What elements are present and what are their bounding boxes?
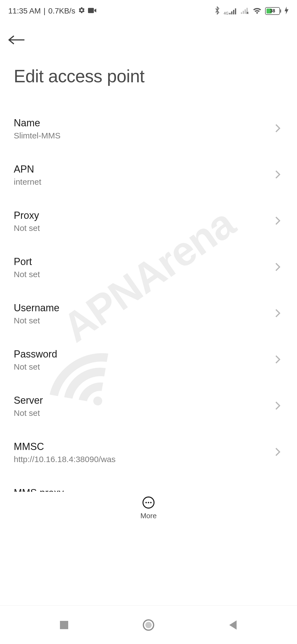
svg-rect-15 — [60, 621, 68, 629]
setting-value: Not set — [14, 408, 43, 418]
setting-label: Username — [14, 302, 59, 314]
svg-rect-4 — [241, 12, 242, 14]
setting-name[interactable]: Name Slimtel-MMS — [0, 106, 297, 152]
chevron-right-icon — [275, 355, 280, 365]
setting-value: Not set — [14, 223, 40, 233]
signal-1: 4G — [224, 7, 238, 15]
nav-recents-button[interactable] — [48, 614, 81, 636]
setting-proxy[interactable]: Proxy Not set — [0, 198, 297, 244]
svg-rect-2 — [233, 10, 234, 14]
bluetooth-icon — [214, 6, 220, 16]
setting-server[interactable]: Server Not set — [0, 383, 297, 429]
chevron-right-icon — [275, 447, 280, 458]
nav-back-button[interactable] — [216, 614, 249, 636]
svg-point-17 — [145, 622, 152, 628]
wifi-icon — [252, 7, 262, 15]
status-right: 4G 38 — [214, 6, 289, 16]
setting-value: Slimtel-MMS — [14, 131, 61, 140]
back-button[interactable] — [8, 30, 28, 50]
setting-label: Port — [14, 256, 40, 268]
setting-value: Not set — [14, 362, 57, 372]
svg-point-12 — [145, 502, 147, 503]
charging-icon — [284, 7, 289, 15]
setting-port[interactable]: Port Not set — [0, 244, 297, 291]
svg-rect-5 — [243, 11, 244, 14]
more-icon — [142, 496, 155, 510]
setting-label: Name — [14, 117, 61, 129]
svg-rect-0 — [229, 13, 230, 14]
camera-icon — [88, 7, 96, 15]
status-data-rate: 0.7KB/s — [48, 7, 75, 15]
page-title: Edit access point — [0, 50, 297, 106]
setting-username[interactable]: Username Not set — [0, 291, 297, 337]
setting-value: Not set — [14, 270, 40, 279]
svg-point-14 — [150, 502, 152, 503]
setting-label: Password — [14, 348, 57, 360]
status-time: 11:35 AM — [8, 7, 41, 15]
content-area: APNArena Edit access point Name Slimtel-… — [0, 19, 297, 564]
setting-apn[interactable]: APN internet — [0, 152, 297, 198]
chevron-right-icon — [275, 170, 280, 180]
setting-value: http://10.16.18.4:38090/was — [14, 455, 116, 464]
setting-mmsc[interactable]: MMSC http://10.16.18.4:38090/was — [0, 429, 297, 476]
more-button[interactable]: More — [0, 492, 297, 520]
setting-value: Not set — [14, 316, 59, 325]
svg-rect-1 — [231, 11, 232, 14]
battery-percent: 38 — [270, 8, 275, 14]
battery-indicator: 38 — [265, 7, 281, 15]
status-bar: 11:35 AM | 0.7KB/s 4G 38 — [0, 0, 297, 19]
status-left: 11:35 AM | 0.7KB/s — [8, 7, 96, 16]
setting-label: Server — [14, 395, 43, 406]
signal-2 — [241, 7, 249, 15]
gear-icon — [78, 7, 85, 16]
setting-label: MMSC — [14, 441, 116, 452]
setting-password[interactable]: Password Not set — [0, 337, 297, 383]
chevron-right-icon — [275, 124, 280, 134]
setting-value: internet — [14, 177, 41, 187]
nav-home-button[interactable] — [132, 614, 165, 636]
svg-rect-3 — [235, 8, 236, 14]
network-type-label: 4G — [224, 11, 229, 15]
svg-rect-6 — [245, 9, 246, 14]
header — [0, 19, 297, 50]
more-label: More — [140, 512, 156, 520]
svg-point-13 — [148, 502, 149, 503]
setting-label: Proxy — [14, 210, 40, 221]
chevron-right-icon — [275, 401, 280, 411]
settings-list: Name Slimtel-MMS APN internet Proxy Not … — [0, 106, 297, 522]
navigation-bar — [0, 605, 297, 644]
chevron-right-icon — [275, 216, 280, 227]
chevron-right-icon — [275, 262, 280, 273]
status-separator: | — [43, 7, 45, 15]
setting-label: APN — [14, 163, 41, 175]
chevron-right-icon — [275, 309, 280, 319]
